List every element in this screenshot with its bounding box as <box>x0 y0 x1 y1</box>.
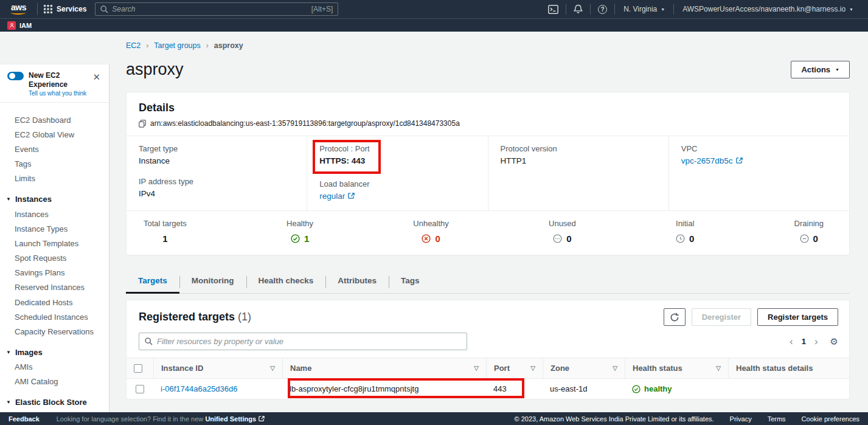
select-all-checkbox[interactable] <box>134 364 142 373</box>
sidebar-item-amis[interactable]: AMIs <box>0 360 109 375</box>
actions-button[interactable]: Actions ▼ <box>791 61 850 78</box>
help-icon: ? <box>598 5 607 14</box>
instance-id-link[interactable]: i-06f1744a6a25d36d6 <box>161 384 238 393</box>
cookie-preferences-link[interactable]: Cookie preferences <box>802 415 859 423</box>
sidebar-item-tags[interactable]: Tags <box>0 157 109 171</box>
notifications-button[interactable] <box>566 4 590 14</box>
current-page[interactable]: 1 <box>802 337 806 346</box>
chevron-right-icon: › <box>146 41 148 50</box>
privacy-link[interactable]: Privacy <box>730 415 752 423</box>
field-label-load-balancer: Load balancer <box>319 179 475 188</box>
breadcrumb-target-groups[interactable]: Target groups <box>154 41 200 50</box>
services-menu-button[interactable]: Services <box>44 5 86 13</box>
sidebar-section-instances[interactable]: ▼ Instances <box>0 192 109 207</box>
next-page-icon[interactable]: › <box>814 336 818 347</box>
tab-targets[interactable]: Targets <box>126 271 179 294</box>
vpc-link[interactable]: vpc-2657db5c <box>681 156 743 165</box>
sidebar-item-instance-types[interactable]: Instance Types <box>0 221 109 236</box>
search-icon <box>145 337 153 345</box>
field-label-target-type: Target type <box>139 144 294 153</box>
sort-icon[interactable]: ▽ <box>474 365 479 371</box>
pinned-service-iam[interactable]: IAM <box>7 21 32 30</box>
column-header-health-status: Health status <box>633 364 682 373</box>
field-value-ip-address-type: IPv4 <box>139 189 294 198</box>
cloudshell-button[interactable] <box>541 5 566 14</box>
check-circle-icon <box>632 385 641 393</box>
tab-health-checks[interactable]: Health checks <box>246 271 326 294</box>
sidebar-item-limits[interactable]: Limits <box>0 171 109 186</box>
sidebar-item-instances[interactable]: Instances <box>0 207 109 221</box>
close-icon[interactable]: ✕ <box>90 71 103 84</box>
help-button[interactable]: ? <box>591 5 614 14</box>
sidebar-section-images[interactable]: ▼ Images <box>0 345 109 360</box>
sidebar-item-capacity-reservations[interactable]: Capacity Reservations <box>0 324 109 339</box>
stat-label-healthy: Healthy <box>286 219 313 228</box>
breadcrumb: EC2 › Target groups › asproxy <box>126 41 850 50</box>
actions-button-label: Actions <box>801 65 830 74</box>
copy-icon[interactable] <box>139 120 146 128</box>
filter-input-wrapper <box>139 333 467 350</box>
sidebar-item-events[interactable]: Events <box>0 142 109 156</box>
aws-logo[interactable]: aws <box>11 4 26 15</box>
tab-tags[interactable]: Tags <box>389 271 432 294</box>
breadcrumb-ec2[interactable]: EC2 <box>126 41 141 50</box>
column-header-instance-id: Instance ID <box>161 364 203 373</box>
dots-circle-icon <box>553 234 562 243</box>
breadcrumb-current: asproxy <box>214 41 243 50</box>
sidebar-item-launch-templates[interactable]: Launch Templates <box>0 236 109 251</box>
chevron-right-icon: › <box>206 41 209 50</box>
register-targets-button[interactable]: Register targets <box>757 308 838 326</box>
previous-page-icon[interactable]: ‹ <box>790 336 793 347</box>
experience-toggle[interactable] <box>7 72 24 80</box>
stat-value-total-targets: 1 <box>144 233 187 244</box>
refresh-button[interactable] <box>664 308 686 326</box>
sidebar-item-ec2-global-view[interactable]: EC2 Global View <box>0 127 109 142</box>
search-shortcut-hint: [Alt+S] <box>311 5 333 13</box>
sidebar-item-reserved-instances[interactable]: Reserved Instances <box>0 280 109 295</box>
stat-value-healthy: 1 <box>286 233 313 244</box>
load-balancer-link[interactable]: regular <box>319 192 355 201</box>
aws-logo-text: aws <box>11 4 26 11</box>
sort-icon[interactable]: ▽ <box>270 365 275 371</box>
chevron-down-icon: ▼ <box>661 7 665 12</box>
experience-feedback-link[interactable]: Tell us what you think <box>29 90 90 97</box>
field-label-protocol-port: Protocol : Port <box>319 144 369 153</box>
unified-settings-link[interactable]: Unified Settings <box>205 415 265 423</box>
target-name-cell: lb-asproxytyler-cfcg8jru1tmmqpntsjtg <box>290 384 418 393</box>
tab-attributes[interactable]: Attributes <box>325 271 389 294</box>
stat-value-unhealthy: 0 <box>413 233 449 244</box>
sidebar-item-ami-catalog[interactable]: AMI Catalog <box>0 375 109 389</box>
feedback-link[interactable]: Feedback <box>9 415 40 423</box>
deregister-button[interactable]: Deregister <box>692 308 751 326</box>
target-health-status-cell: healthy <box>632 384 672 393</box>
account-menu[interactable]: AWSPowerUserAccess/navaneeth.kn@harness.… <box>674 5 862 13</box>
stat-label-unused: Unused <box>549 219 576 228</box>
sort-icon[interactable]: ▽ <box>613 365 617 371</box>
sort-icon[interactable]: ▽ <box>530 365 535 371</box>
terms-link[interactable]: Terms <box>768 415 786 423</box>
sidebar-item-savings-plans[interactable]: Savings Plans <box>0 266 109 280</box>
region-selector[interactable]: N. Virginia ▼ <box>615 5 673 13</box>
details-card: Details arn:aws:elasticloadbalancing:us-… <box>126 92 850 255</box>
sort-icon[interactable]: ▽ <box>716 365 721 371</box>
search-input[interactable] <box>112 5 307 13</box>
sidebar-item-scheduled-instances[interactable]: Scheduled Instances <box>0 309 109 324</box>
sidebar-item-dedicated-hosts[interactable]: Dedicated Hosts <box>0 295 109 309</box>
services-grid-icon <box>44 5 52 13</box>
new-experience-banner: New EC2 Experience Tell us what you thin… <box>0 64 109 103</box>
tab-monitoring[interactable]: Monitoring <box>179 271 246 294</box>
row-checkbox[interactable] <box>136 385 144 393</box>
global-search[interactable]: [Alt+S] <box>95 2 338 16</box>
filter-input[interactable] <box>157 337 461 346</box>
sidebar-item-ec2-dashboard[interactable]: EC2 Dashboard <box>0 112 109 127</box>
sidebar-section-elastic-block-store[interactable]: ▼ Elastic Block Store <box>0 395 109 410</box>
field-label-ip-address-type: IP address type <box>139 177 294 186</box>
external-link-icon <box>736 157 743 164</box>
field-value-target-type: Instance <box>139 156 294 165</box>
sidebar-item-spot-requests[interactable]: Spot Requests <box>0 251 109 266</box>
table-settings-gear-icon[interactable]: ⚙ <box>830 336 838 347</box>
x-circle-icon <box>422 234 431 243</box>
column-header-zone: Zone <box>550 364 569 373</box>
sidebar: New EC2 Experience Tell us what you thin… <box>0 32 109 412</box>
external-link-icon <box>259 416 265 422</box>
